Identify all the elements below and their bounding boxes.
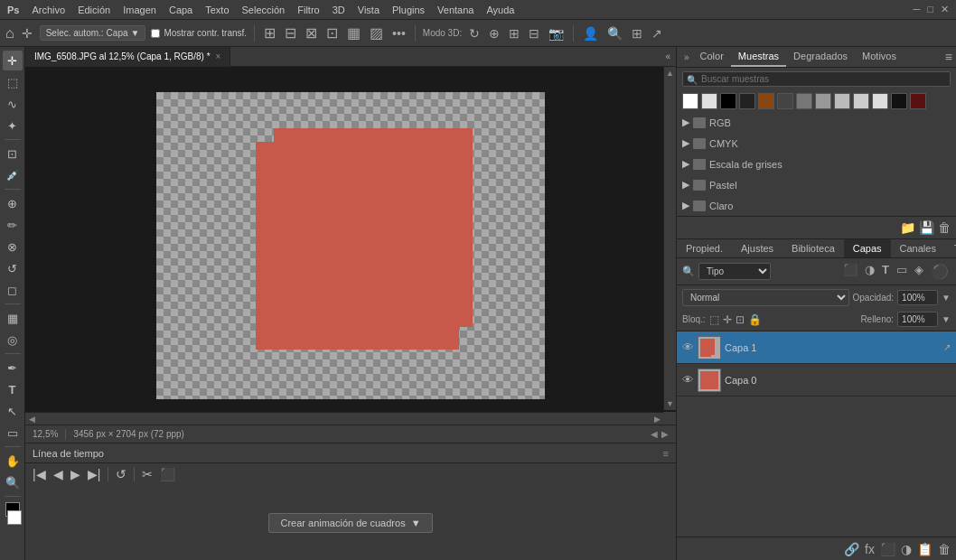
menu-edicion[interactable]: Edición <box>78 5 110 15</box>
layer-item-capa0[interactable]: 👁 Capa 0 <box>677 364 956 397</box>
add-mask-icon[interactable]: ⬛ <box>880 542 895 556</box>
layer-tab-capas[interactable]: Capas <box>844 239 891 257</box>
opacity-input[interactable] <box>897 290 938 305</box>
tool-move[interactable]: ✛ <box>3 51 23 70</box>
menu-3d[interactable]: 3D <box>333 5 345 15</box>
share-icon[interactable]: ↗ <box>650 24 664 42</box>
swatch-gray4[interactable] <box>834 93 850 109</box>
swatch-gray1[interactable] <box>777 93 793 109</box>
fill-input[interactable] <box>897 312 938 327</box>
new-folder-icon[interactable]: 📁 <box>900 220 915 235</box>
account-icon[interactable]: 👤 <box>581 24 600 42</box>
selec-autom-dropdown[interactable]: Selec. autom.: Capa ▼ <box>40 25 146 41</box>
panel-tab-menu-icon[interactable]: ≡ <box>945 50 952 64</box>
opacity-dropdown-icon[interactable]: ▼ <box>942 293 951 303</box>
layer-smart-filter-icon[interactable]: ◈ <box>913 262 925 281</box>
delete-swatch-icon[interactable]: 🗑 <box>938 220 951 235</box>
canvas-wrapper[interactable]: ▲ ▼ ◀ ▶ <box>25 67 676 425</box>
swatch-group-rgb-header[interactable]: ▶ RGB <box>682 114 951 131</box>
tab-motivos[interactable]: Motivos <box>855 47 904 67</box>
tool-lasso[interactable]: ∿ <box>3 94 23 114</box>
tool-brush[interactable]: ✏ <box>3 215 23 235</box>
layer-item-capa1[interactable]: 👁 Capa 1 ↗ <box>677 331 956 364</box>
3d-light-icon[interactable]: 📷 <box>547 24 566 42</box>
canvas-scrollbar-v[interactable]: ▲ ▼ <box>663 67 676 410</box>
create-animation-button[interactable]: Crear animación de cuadros ▼ <box>268 513 432 533</box>
layer-adjust-filter-icon[interactable]: ◑ <box>863 262 876 281</box>
mostrar-checkbox[interactable]: Mostrar contr. transf. <box>151 28 247 38</box>
window-minimize-btn[interactable]: ─ <box>914 4 921 15</box>
lock-position-icon[interactable]: ✛ <box>723 313 732 326</box>
tool-spot-heal[interactable]: ⊕ <box>3 193 23 213</box>
align-right-icon[interactable]: ⊠ <box>304 23 319 43</box>
layer-tab-trazados[interactable]: Trazados <box>945 239 956 257</box>
swatch-black[interactable] <box>720 93 736 109</box>
scroll-right-btn[interactable]: ▶ <box>651 413 663 425</box>
scroll-up-btn[interactable]: ▲ <box>664 67 677 79</box>
new-fill-layer-icon[interactable]: ◑ <box>901 542 912 556</box>
nav-forward-btn[interactable]: ▶ <box>661 429 669 439</box>
window-close-btn[interactable]: ✕ <box>941 4 949 15</box>
tool-eraser[interactable]: ◻ <box>3 280 23 300</box>
color-swatches[interactable] <box>2 500 23 527</box>
panel-toggle-icon[interactable]: « <box>665 51 670 61</box>
tool-clone[interactable]: ⊗ <box>3 237 23 257</box>
layer-tab-ajustes[interactable]: Ajustes <box>732 239 783 257</box>
swatch-group-cmyk-header[interactable]: ▶ CMYK <box>682 135 951 152</box>
tl-next-frame-btn[interactable]: ▶| <box>88 467 101 481</box>
tl-convert-btn[interactable]: ⬛ <box>160 467 175 481</box>
align-left-icon[interactable]: ⊞ <box>262 23 277 43</box>
lock-artboard-icon[interactable]: ⊡ <box>736 313 745 326</box>
3d-pan-icon[interactable]: ⊕ <box>487 24 501 42</box>
tool-pen[interactable]: ✒ <box>3 358 23 378</box>
tool-magic-wand[interactable]: ✦ <box>3 116 23 135</box>
nav-back-btn[interactable]: ◀ <box>651 429 658 439</box>
canvas-scrollbar-h[interactable]: ◀ ▶ <box>25 412 663 425</box>
tool-blur[interactable]: ◎ <box>3 330 23 350</box>
align-center-icon[interactable]: ⊟ <box>283 23 298 43</box>
menu-seleccion[interactable]: Selección <box>242 5 286 15</box>
layer-tab-propied[interactable]: Propied. <box>677 239 732 257</box>
swatch-gray3[interactable] <box>815 93 831 109</box>
scroll-track-h[interactable] <box>38 413 651 425</box>
link-layers-icon[interactable]: 🔗 <box>844 542 859 556</box>
menu-filtro[interactable]: Filtro <box>297 5 319 15</box>
window-maximize-btn[interactable]: □ <box>927 4 933 15</box>
scroll-down-btn[interactable]: ▼ <box>664 397 677 410</box>
menu-archivo[interactable]: Archivo <box>32 5 65 15</box>
swatch-group-pastel-header[interactable]: ▶ Pastel <box>682 176 951 193</box>
canvas-tab[interactable]: IMG_6508.JPG al 12,5% (Capa 1, RGB/8) * … <box>25 47 230 67</box>
3d-zoom-icon[interactable]: ⊞ <box>507 24 521 42</box>
menu-capa[interactable]: Capa <box>169 5 192 15</box>
tool-text[interactable]: T <box>3 379 23 399</box>
search-toolbar-icon[interactable]: 🔍 <box>605 24 624 42</box>
new-layer-icon[interactable]: 📋 <box>917 542 933 556</box>
menu-ventana[interactable]: Ventana <box>437 5 473 15</box>
scroll-track-v[interactable] <box>664 79 677 397</box>
menu-vista[interactable]: Vista <box>358 5 380 15</box>
tl-prev-frame-btn[interactable]: ◀ <box>53 467 63 481</box>
layer1-visibility-icon[interactable]: 👁 <box>682 341 694 354</box>
layer-shape-filter-icon[interactable]: ▭ <box>895 262 909 281</box>
menu-ayuda[interactable]: Ayuda <box>486 5 514 15</box>
distribute-icon[interactable]: ▦ <box>345 23 362 43</box>
menu-plugins[interactable]: Plugins <box>392 5 425 15</box>
swatch-brown[interactable] <box>758 93 774 109</box>
distribute2-icon[interactable]: ▨ <box>368 23 385 43</box>
workspace-icon[interactable]: ⊞ <box>630 24 644 42</box>
layer0-visibility-icon[interactable]: 👁 <box>682 373 694 387</box>
layer-text-filter-icon[interactable]: T <box>880 262 891 281</box>
swatch-group-claro-header[interactable]: ▶ Claro <box>682 197 951 214</box>
blend-mode-select[interactable]: Normal <box>682 289 849 306</box>
swatch-darkgray[interactable] <box>739 93 755 109</box>
swatch-white[interactable] <box>682 93 698 109</box>
scroll-left-btn[interactable]: ◀ <box>25 413 38 425</box>
tool-history-brush[interactable]: ↺ <box>3 258 23 278</box>
create-anim-dropdown-icon[interactable]: ▼ <box>411 518 421 528</box>
tl-scissors-btn[interactable]: ✂ <box>142 467 153 481</box>
save-swatch-icon[interactable]: 💾 <box>919 220 934 235</box>
swatch-lightgray[interactable] <box>701 93 717 109</box>
move-tool-icon[interactable]: ✛ <box>20 24 34 42</box>
tool-gradient[interactable]: ▦ <box>3 308 23 328</box>
swatch-black2[interactable] <box>891 93 907 109</box>
